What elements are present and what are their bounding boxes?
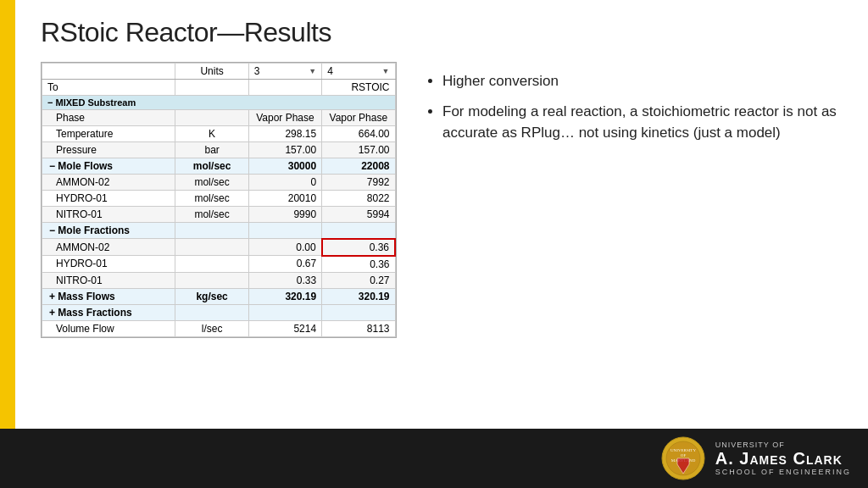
svg-text:UNIVERSITY: UNIVERSITY	[670, 448, 696, 452]
subsection-plus-label: Mass Flows	[42, 288, 175, 304]
units-header: Units	[175, 64, 248, 80]
left-accent-bar	[0, 0, 15, 488]
title-text: RStoic Reactor	[41, 17, 217, 47]
data-table-container: Units 3 ▼ 4 ▼	[41, 62, 397, 338]
subsection-label: Mole Flows	[42, 158, 175, 175]
section-header-label: MIXED Substream	[42, 96, 396, 110]
brand-text: UNIVERSITY OF A. James Clark SCHOOL OF E…	[715, 441, 851, 476]
right-panel: Higher conversionFor modeling a real rea…	[422, 62, 843, 152]
col4-dropdown-icon[interactable]: ▼	[382, 67, 390, 75]
table-row: Mass Fractions	[42, 304, 396, 320]
row-label: Temperature	[42, 126, 175, 142]
table-row: HYDRO-01 mol/sec 20010 8022	[42, 191, 396, 207]
bullet-item: For modeling a real reaction, a stoichio…	[442, 101, 843, 144]
table-row: Pressure bar 157.00 157.00	[42, 142, 396, 158]
row-label: Pressure	[42, 142, 175, 158]
svg-text:OF: OF	[681, 453, 687, 458]
col3-header: 3 ▼	[248, 64, 321, 80]
results-table: Units 3 ▼ 4 ▼	[42, 63, 396, 337]
table-header-row: Units 3 ▼ 4 ▼	[42, 64, 396, 80]
col3-dropdown-icon[interactable]: ▼	[309, 67, 316, 75]
table-row: MIXED Substream	[42, 96, 396, 110]
expand-toggle[interactable]	[49, 291, 58, 302]
content-split: Units 3 ▼ 4 ▼	[41, 62, 843, 338]
table-row: Mass Flows kg/sec 320.19 320.19	[42, 288, 396, 304]
collapse-toggle[interactable]	[47, 97, 55, 108]
row-label: AMMON-02	[42, 175, 175, 191]
row-label: NITRO-01	[42, 272, 175, 288]
main-content: RStoic Reactor—Results Units 3 ▼	[15, 0, 868, 429]
row-label: HYDRO-01	[42, 191, 175, 207]
table-row: AMMON-02 mol/sec 0 7992	[42, 175, 396, 191]
col4-header: 4 ▼	[322, 64, 395, 80]
bullet-item: Higher conversion	[442, 70, 843, 92]
school-label: SCHOOL OF ENGINEERING	[715, 468, 851, 476]
bullet-list: Higher conversionFor modeling a real rea…	[422, 70, 843, 144]
col-label-header	[42, 64, 175, 80]
expand-toggle[interactable]	[49, 307, 58, 319]
subsection-label: Mole Fractions	[42, 223, 175, 239]
table-row: NITRO-01 0.33 0.27	[42, 272, 396, 288]
university-seal: UNIVERSITY OF MARYLAND	[661, 436, 705, 480]
title-dash: —	[217, 17, 244, 47]
page-title: RStoic Reactor—Results	[41, 17, 843, 48]
row-label: Volume Flow	[42, 320, 175, 336]
brand-area: UNIVERSITY OF MARYLAND UNIVERSITY OF A. …	[661, 436, 851, 480]
table-row: AMMON-02 0.00 0.36	[42, 239, 396, 256]
row-label: Phase	[42, 110, 175, 126]
table-row: To RSTOIC	[42, 80, 396, 96]
bottom-bar: UNIVERSITY OF MARYLAND UNIVERSITY OF A. …	[0, 429, 868, 488]
row-label: NITRO-01	[42, 207, 175, 223]
james-clark-label: A. James Clark	[715, 449, 851, 468]
table-row: Phase Vapor Phase Vapor Phase	[42, 110, 396, 126]
subsection-plus-label: Mass Fractions	[42, 304, 175, 320]
university-label: UNIVERSITY OF	[715, 441, 851, 449]
table-row: NITRO-01 mol/sec 9990 5994	[42, 207, 396, 223]
table-row: Mole Fractions	[42, 223, 396, 239]
table-row: Volume Flow l/sec 5214 8113	[42, 320, 396, 336]
table-row: HYDRO-01 0.67 0.36	[42, 256, 396, 273]
title-suffix: Results	[244, 17, 331, 47]
collapse-toggle[interactable]	[49, 160, 58, 172]
row-label: HYDRO-01	[42, 256, 175, 273]
table-row: Temperature K 298.15 664.00	[42, 126, 396, 142]
collapse-toggle[interactable]	[49, 225, 58, 236]
row-label: To	[42, 80, 175, 96]
table-row: Mole Flows mol/sec 30000 22008	[42, 158, 396, 175]
row-label: AMMON-02	[42, 239, 175, 256]
